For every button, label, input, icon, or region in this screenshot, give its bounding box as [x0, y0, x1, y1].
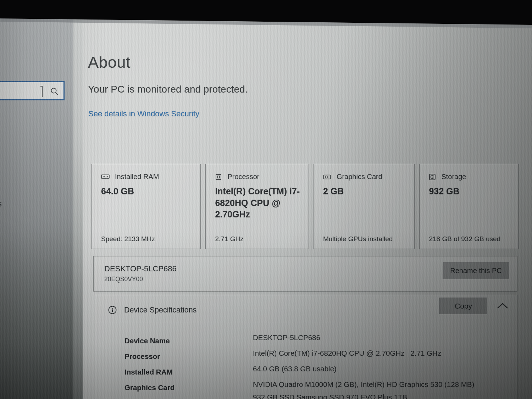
settings-sidebar: s	[0, 0, 73, 399]
windows-settings-screen: s About Your PC is monitored and protect…	[0, 0, 532, 399]
device-name: DESKTOP-5LCP686	[104, 264, 177, 273]
installed-ram-card: Installed RAM 64.0 GB Speed: 2133 MHz	[92, 164, 201, 249]
spec-label: Device Name	[124, 337, 170, 345]
windows-security-link[interactable]: See details in Windows Security	[88, 109, 199, 118]
card-label: Graphics Card	[337, 173, 382, 181]
card-footer: Multiple GPUs installed	[323, 235, 393, 243]
specs-section-title: Device Specifications	[124, 306, 196, 315]
spec-row-device-name: Device Name DESKTOP-5LCP686	[124, 337, 170, 345]
storage-card: Storage 932 GB 218 GB of 932 GB used	[419, 164, 519, 249]
processor-card: Processor Intel(R) Core(TM) i7-6820HQ CP…	[205, 164, 309, 249]
copy-button[interactable]: Copy	[439, 298, 487, 314]
graphics-card-card: Graphics Card 2 GB Multiple GPUs install…	[314, 164, 415, 249]
card-value: Intel(R) Core(TM) i7-6820HQ CPU @ 2.70GH…	[215, 185, 302, 220]
device-specifications-panel: Device Specifications Copy Device Name D…	[95, 295, 517, 399]
search-input[interactable]	[0, 81, 65, 100]
card-label: Storage	[441, 173, 466, 181]
divider	[95, 322, 517, 322]
card-label: Installed RAM	[115, 173, 159, 181]
search-icon[interactable]	[49, 86, 60, 97]
spec-row-installed-ram: Installed RAM 64.0 GB (63.8 GB usable)	[124, 368, 173, 376]
sidebar-content-seam	[73, 0, 83, 399]
info-icon	[108, 305, 117, 315]
gpu-icon	[323, 174, 331, 180]
card-value: 2 GB	[323, 185, 408, 197]
chevron-up-icon	[495, 300, 510, 312]
device-name-panel: DESKTOP-5LCP686 20EQS0VY00 Rename this P…	[93, 256, 517, 292]
spec-value: DESKTOP-5LCP686	[253, 333, 320, 342]
security-status-text: Your PC is monitored and protected.	[88, 84, 248, 95]
spec-value: 932 GB SSD Samsung SSD 970 EVO Plus 1TB	[253, 393, 407, 399]
spec-label: Installed RAM	[124, 368, 173, 376]
ram-icon	[101, 174, 110, 180]
card-label: Processor	[227, 173, 259, 181]
spec-value: 64.0 GB (63.8 GB usable)	[253, 365, 337, 373]
spec-value: NVIDIA Quadro M1000M (2 GB), Intel(R) HD…	[253, 380, 474, 389]
collapse-section-button[interactable]	[495, 300, 510, 312]
sidebar-text-fragment: s	[0, 199, 2, 209]
spec-cards-row: Installed RAM 64.0 GB Speed: 2133 MHz Pr…	[92, 164, 519, 249]
card-footer: 2.71 GHz	[215, 235, 243, 243]
card-footer: 218 GB of 932 GB used	[429, 235, 500, 243]
rename-pc-button[interactable]: Rename this PC	[443, 262, 509, 279]
spec-value: Intel(R) Core(TM) i7-6820HQ CPU @ 2.70GH…	[253, 349, 441, 358]
spec-label: Graphics Card	[124, 383, 174, 392]
card-value: 932 GB	[429, 185, 512, 197]
text-cursor	[42, 86, 43, 97]
spec-row-processor: Processor Intel(R) Core(TM) i7-6820HQ CP…	[124, 352, 160, 361]
cpu-icon	[215, 173, 222, 181]
page-title: About	[88, 53, 131, 72]
device-serial: 20EQS0VY00	[104, 276, 143, 283]
storage-icon	[429, 173, 436, 181]
card-footer: Speed: 2133 MHz	[101, 235, 155, 243]
photo-of-screen: s About Your PC is monitored and protect…	[0, 0, 532, 399]
spec-label: Processor	[124, 352, 160, 360]
spec-row-graphics-card: Graphics Card NVIDIA Quadro M1000M (2 GB…	[124, 383, 174, 392]
card-value: 64.0 GB	[101, 185, 194, 197]
